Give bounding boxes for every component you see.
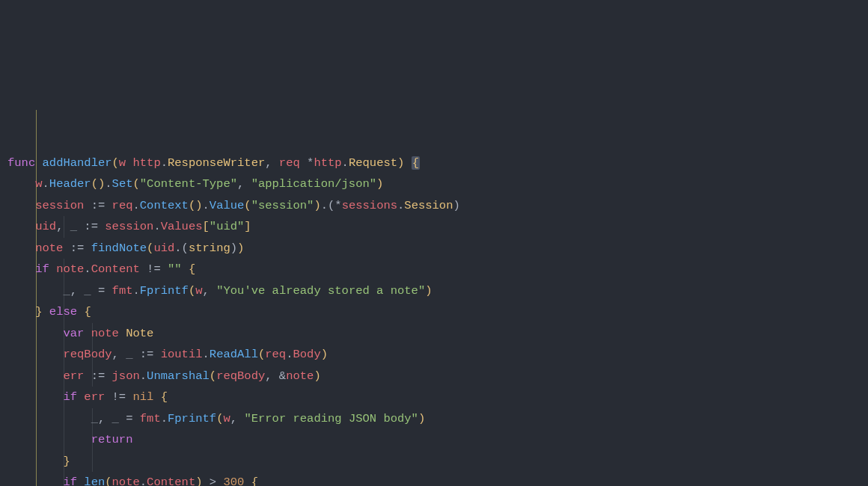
code-token: =	[98, 284, 105, 298]
code-token	[7, 305, 35, 319]
code-line[interactable]: _, _ = fmt.Fprintf(w, "You've already st…	[4, 280, 868, 302]
code-token: Note	[126, 327, 153, 340]
code-token: &	[279, 369, 286, 383]
code-token	[7, 177, 35, 191]
code-token	[7, 220, 35, 233]
code-token: Header	[49, 177, 91, 191]
code-token: )	[397, 156, 404, 170]
code-token: "You've already stored a note"	[216, 284, 425, 298]
code-token	[244, 476, 251, 486]
code-token: req	[279, 156, 300, 170]
code-token: ,	[112, 348, 126, 361]
code-token	[105, 284, 111, 298]
code-token: w	[223, 412, 230, 425]
code-token	[84, 369, 91, 383]
code-token: )	[376, 177, 383, 191]
code-token: {	[251, 476, 258, 486]
code-token: .	[161, 412, 168, 425]
code-token: json	[112, 369, 140, 383]
code-token: Content	[91, 262, 140, 276]
code-token	[7, 412, 91, 425]
code-token	[119, 412, 126, 425]
code-line[interactable]: session := req.Context().Value("session"…	[4, 195, 868, 217]
code-token: session	[105, 220, 153, 233]
code-token: ,	[70, 284, 85, 298]
code-token: {	[412, 156, 420, 170]
code-token: Content	[147, 476, 195, 486]
code-token: _	[112, 412, 119, 425]
code-token: (	[112, 156, 119, 170]
code-token	[91, 284, 98, 298]
code-token	[77, 305, 84, 319]
code-token: req	[265, 348, 286, 361]
code-line[interactable]: if note.Content != "" {	[4, 259, 868, 280]
code-token: ,	[265, 156, 279, 170]
code-token: )	[453, 199, 459, 212]
code-line[interactable]: if len(note.Content) > 300 {	[4, 472, 868, 486]
code-token	[63, 242, 70, 255]
code-token	[132, 348, 139, 361]
code-token: ResponseWriter	[168, 156, 265, 170]
code-token: .	[140, 476, 147, 486]
code-token: *	[334, 199, 341, 212]
code-line[interactable]: err := json.Unmarshal(reqBody, &note)	[4, 366, 868, 387]
code-token	[161, 262, 168, 276]
code-token: note	[35, 242, 63, 255]
code-line[interactable]: } else {	[4, 301, 868, 323]
code-token: .	[203, 348, 210, 361]
code-token	[105, 390, 111, 404]
code-line[interactable]: reqBody, _ := ioutil.ReadAll(req.Body)	[4, 344, 868, 366]
code-token: :=	[91, 199, 106, 212]
code-token: ]	[244, 220, 251, 233]
code-token: note	[56, 262, 84, 276]
code-line[interactable]: func addHandler(w http.ResponseWriter, r…	[4, 153, 868, 174]
code-token: )	[195, 476, 202, 486]
code-line[interactable]: return	[4, 429, 868, 451]
code-line[interactable]: _, _ = fmt.Fprintf(w, "Error reading JSO…	[4, 408, 868, 430]
code-token: session	[35, 199, 84, 212]
code-line[interactable]: w.Header().Set("Content-Type", "applicat…	[4, 173, 868, 195]
code-token	[7, 327, 63, 340]
code-token: .	[342, 156, 349, 170]
code-token	[153, 348, 160, 361]
code-token: http	[314, 156, 341, 170]
code-token: _	[91, 412, 98, 425]
code-content[interactable]: func addHandler(w http.ResponseWriter, r…	[4, 153, 868, 486]
code-token: note	[112, 476, 140, 486]
code-token: :=	[140, 348, 154, 361]
code-token: ReadAll	[210, 348, 258, 361]
code-token: .	[133, 284, 140, 298]
code-token: .	[84, 262, 91, 276]
code-token: (	[147, 242, 153, 255]
code-token: .	[203, 199, 210, 212]
code-token: if	[35, 262, 49, 276]
code-token: !=	[112, 390, 126, 404]
code-token: fmt	[140, 412, 161, 425]
code-line[interactable]: note := findNote(uid.(string))	[4, 238, 868, 259]
code-token: ,	[265, 369, 279, 383]
code-editor[interactable]: func addHandler(w http.ResponseWriter, r…	[0, 85, 868, 486]
code-token: :=	[70, 242, 85, 255]
code-line[interactable]: }	[4, 451, 868, 473]
code-token: Set	[112, 177, 133, 191]
code-token: ,	[237, 177, 251, 191]
code-line[interactable]: if err != nil {	[4, 387, 868, 408]
code-line[interactable]: uid, _ := session.Values["uid"]	[4, 216, 868, 238]
code-line[interactable]: var note Note	[4, 323, 868, 345]
code-token: "Error reading JSON body"	[244, 412, 418, 425]
code-token: ""	[168, 262, 182, 276]
code-token	[300, 156, 307, 170]
code-token: [	[203, 220, 210, 233]
code-token: (	[105, 476, 111, 486]
code-token: .(	[174, 242, 189, 255]
code-token	[132, 412, 139, 425]
code-token: .	[161, 156, 168, 170]
code-token: .	[140, 369, 147, 383]
code-token: Fprintf	[140, 284, 189, 298]
code-token: findNote	[91, 242, 147, 255]
code-token: else	[49, 305, 77, 319]
code-token: Request	[349, 156, 397, 170]
code-token: .(	[321, 199, 335, 212]
code-token: w	[195, 284, 202, 298]
code-token	[7, 390, 63, 404]
